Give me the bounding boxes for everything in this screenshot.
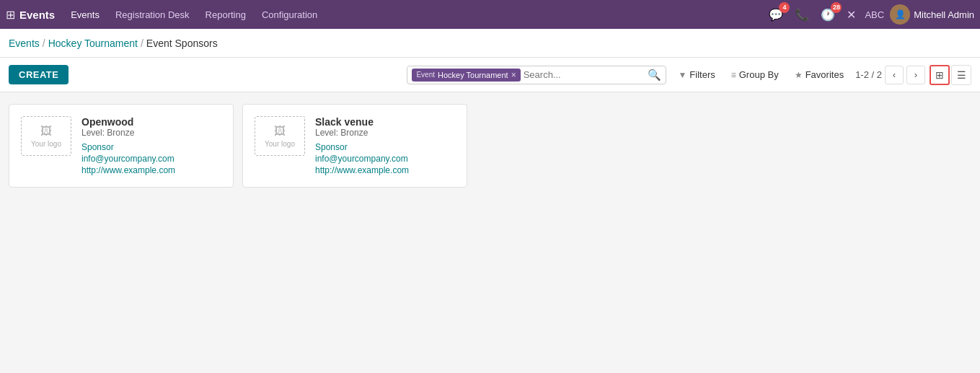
- sponsor-type-2: Sponsor: [315, 142, 455, 152]
- breadcrumb-events[interactable]: Events: [9, 38, 40, 49]
- pagination: 1-2 / 2 ‹ ›: [855, 66, 925, 84]
- search-tag-label: Event: [416, 71, 435, 79]
- prev-page-button[interactable]: ‹: [885, 66, 904, 84]
- view-toggle: ⊞ ☰: [930, 65, 971, 85]
- breadcrumb-sep2: /: [141, 38, 144, 49]
- settings-button[interactable]: ✕: [844, 5, 859, 25]
- search-tag-event: Event Hockey Tournament ×: [412, 69, 520, 82]
- kanban-icon: ⊞: [935, 69, 944, 81]
- phone-button[interactable]: 📞: [792, 5, 812, 25]
- search-icon[interactable]: 🔍: [648, 69, 661, 82]
- sponsor-logo-2: 🖼 Your logo: [255, 116, 305, 156]
- timer-button[interactable]: 🕐 28: [818, 5, 838, 25]
- filter-icon: ▼: [678, 70, 687, 80]
- image-icon-2: 🖼: [274, 125, 286, 138]
- topnav-right: 💬 4 📞 🕐 28 ✕ ABC 👤 Mitchell Admin: [766, 4, 974, 25]
- search-bar: Event Hockey Tournament × 🔍: [407, 66, 666, 84]
- subheader: Events / Hockey Tournament / Event Spons…: [0, 29, 980, 58]
- groupby-icon: ≡: [731, 70, 736, 80]
- nav-item-reporting[interactable]: Reporting: [198, 5, 253, 25]
- sponsor-url-1: http://www.example.com: [81, 165, 221, 175]
- list-view-button[interactable]: ☰: [951, 65, 971, 85]
- chat-button[interactable]: 💬 4: [766, 5, 786, 25]
- filters-button[interactable]: ▼ Filters: [671, 66, 722, 84]
- main-content: 🖼 Your logo Openwood Level: Bronze Spons…: [0, 92, 980, 199]
- star-icon: ★: [795, 70, 803, 80]
- grid-icon: ⊞: [6, 8, 15, 22]
- sponsor-type-1: Sponsor: [81, 142, 221, 152]
- sponsor-level-2: Level: Bronze: [315, 128, 455, 138]
- filters-label: Filters: [689, 69, 715, 80]
- timer-badge: 28: [831, 2, 842, 13]
- breadcrumb-sep1: /: [43, 38, 45, 49]
- favorites-button[interactable]: ★ Favorites: [787, 66, 851, 84]
- sponsor-url-2: http://www.example.com: [315, 165, 455, 175]
- toolbar: CREATE Event Hockey Tournament × 🔍 ▼ Fil…: [0, 58, 980, 92]
- breadcrumb-current: Event Sponsors: [146, 38, 218, 49]
- username-label: Mitchell Admin: [914, 9, 974, 20]
- chat-badge: 4: [779, 2, 790, 13]
- nav-item-configuration[interactable]: Configuration: [255, 5, 325, 25]
- sponsor-email-2: info@yourcompany.com: [315, 154, 455, 164]
- groupby-button[interactable]: ≡ Group By: [724, 66, 786, 84]
- favorites-label: Favorites: [805, 69, 844, 80]
- filter-group: ▼ Filters ≡ Group By ★ Favorites: [671, 66, 851, 84]
- sponsor-name-1: Openwood: [81, 116, 221, 128]
- sponsor-logo-1: 🖼 Your logo: [21, 116, 71, 156]
- abc-label: ABC: [865, 9, 884, 20]
- toolbar-right: Event Hockey Tournament × 🔍 ▼ Filters ≡ …: [407, 65, 971, 85]
- sponsor-email-1: info@yourcompany.com: [81, 154, 221, 164]
- image-icon-1: 🖼: [40, 125, 52, 138]
- app-name: Events: [19, 9, 55, 21]
- search-input[interactable]: [524, 69, 645, 80]
- list-icon: ☰: [957, 69, 966, 81]
- top-navbar: ⊞ Events Events Registration Desk Report…: [0, 0, 980, 29]
- app-logo[interactable]: ⊞ Events: [6, 8, 55, 22]
- kanban-view-button[interactable]: ⊞: [930, 65, 950, 85]
- search-tag-close[interactable]: ×: [511, 70, 516, 80]
- sponsor-card-openwood[interactable]: 🖼 Your logo Openwood Level: Bronze Spons…: [9, 104, 234, 188]
- user-menu[interactable]: 👤 Mitchell Admin: [890, 4, 974, 25]
- logo-placeholder-1: Your logo: [31, 140, 61, 148]
- nav-menu: Events Registration Desk Reporting Confi…: [63, 5, 763, 25]
- search-tag-value: Hockey Tournament: [438, 71, 508, 79]
- sponsor-card-slack[interactable]: 🖼 Your logo Slack venue Level: Bronze Sp…: [242, 104, 467, 188]
- sponsor-level-1: Level: Bronze: [81, 128, 221, 138]
- create-button[interactable]: CREATE: [9, 65, 69, 84]
- sponsor-info-1: Openwood Level: Bronze Sponsor info@your…: [81, 116, 221, 175]
- groupby-label: Group By: [739, 69, 779, 80]
- nav-item-events[interactable]: Events: [63, 5, 107, 25]
- logo-placeholder-2: Your logo: [265, 140, 295, 148]
- nav-item-registration[interactable]: Registration Desk: [108, 5, 197, 25]
- avatar: 👤: [890, 4, 910, 25]
- breadcrumb-hockey[interactable]: Hockey Tournament: [48, 38, 138, 49]
- breadcrumb: Events / Hockey Tournament / Event Spons…: [9, 38, 218, 49]
- pagination-text: 1-2 / 2: [855, 69, 882, 80]
- next-page-button[interactable]: ›: [906, 66, 925, 84]
- sponsor-info-2: Slack venue Level: Bronze Sponsor info@y…: [315, 116, 455, 175]
- sponsor-name-2: Slack venue: [315, 116, 455, 128]
